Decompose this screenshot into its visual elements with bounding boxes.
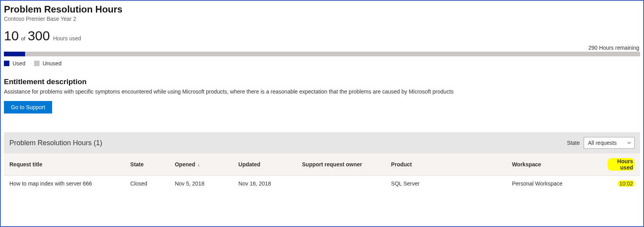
table-row[interactable]: How to map index with server 666 Closed … [4, 176, 640, 192]
col-request-title[interactable]: Request title [4, 153, 125, 176]
table-title: Problem Resolution Hours (1) [9, 139, 102, 147]
col-product[interactable]: Product [385, 153, 507, 176]
col-owner[interactable]: Support request owner [297, 153, 385, 176]
usage-hours-label: Hours used [53, 35, 81, 41]
usage-progress-fill [4, 52, 25, 56]
sort-desc-icon: ↓ [197, 162, 200, 168]
entitlement-description: Assistance for problems with specific sy… [4, 88, 640, 95]
cell-owner [297, 176, 385, 192]
table-header-row: Request title State Opened↓ Updated Supp… [4, 153, 640, 176]
cell-updated: Nov 16, 2018 [233, 176, 297, 192]
usage-remaining: 290 Hours remaining [4, 45, 640, 51]
requests-table: Request title State Opened↓ Updated Supp… [4, 153, 640, 191]
col-updated[interactable]: Updated [233, 153, 297, 176]
col-hours-used[interactable]: Hours used [602, 153, 640, 176]
table-header-bar: Problem Resolution Hours (1) State All r… [4, 132, 640, 153]
state-filter: State All requests [567, 137, 635, 149]
entitlement-title: Entitlement description [4, 77, 640, 86]
state-select-value: All requests [588, 140, 617, 146]
legend-used-label: Used [13, 60, 25, 67]
cell-opened: Nov 5, 2018 [169, 176, 233, 192]
page-subtitle: Contoso Premier Base Year 2 [4, 16, 640, 22]
usage-of-label: of [21, 36, 25, 41]
chevron-down-icon [627, 141, 631, 145]
legend-used-swatch [4, 61, 9, 66]
usage-used-value: 10 [4, 29, 19, 42]
legend-unused-swatch [34, 61, 40, 66]
col-state[interactable]: State [125, 153, 170, 176]
page-title: Problem Resolution Hours [4, 4, 640, 15]
cell-workspace: Personal Workspace [507, 176, 602, 192]
state-filter-label: State [567, 140, 580, 146]
cell-hours-used: 10:02 [602, 176, 640, 192]
cell-hours-used-value: 10:02 [618, 180, 635, 187]
usage-total-value: 300 [28, 29, 50, 42]
cell-state: Closed [125, 176, 170, 192]
state-select[interactable]: All requests [584, 137, 635, 149]
col-workspace[interactable]: Workspace [507, 153, 602, 176]
col-opened[interactable]: Opened↓ [169, 153, 233, 176]
cell-request-title: How to map index with server 666 [4, 176, 125, 192]
legend-used: Used [4, 60, 25, 67]
cell-product: SQL Server [385, 176, 507, 192]
usage-progress-bar [4, 52, 640, 56]
col-opened-label: Opened [175, 161, 195, 168]
usage-summary: 10 of 300 Hours used [4, 29, 640, 42]
go-to-support-button[interactable]: Go to Support [4, 101, 52, 114]
usage-legend: Used Unused [4, 60, 640, 67]
legend-unused: Unused [34, 60, 62, 67]
col-hours-used-label: Hours used [608, 158, 635, 171]
legend-unused-label: Unused [43, 60, 62, 67]
